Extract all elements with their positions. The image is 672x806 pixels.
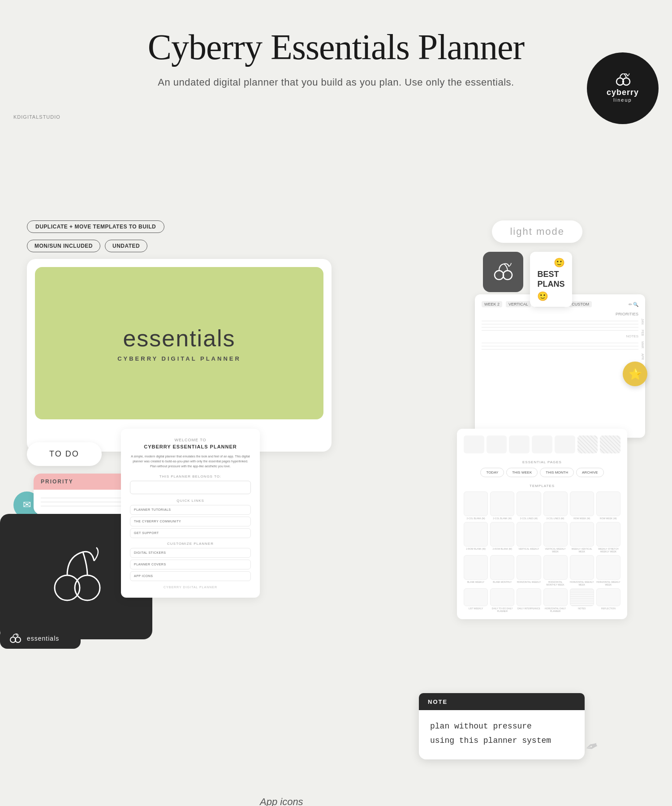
template-cell-inner [596,522,620,547]
template-cell: LIST WEEKLY [464,588,488,612]
todo-card: TO DO [27,442,102,466]
template-cell-inner [596,588,620,606]
templates-grid-1: 2-COL BLANK (M) 2-COL BLANK (W) 2-COL LI… [464,491,620,520]
cyberry-logo-icon [615,73,631,86]
template-cell: BLANK MONTHLY [490,555,514,586]
nav-month-grid [464,435,620,453]
planner-page-preview: WEEK 2 VERTICAL HORIZONTAL CUSTOM ✏ 🔍 PR… [475,294,645,438]
template-cell: HORIZONTAL DAILY PLANNER [543,588,568,612]
tags-row-2: MON/SUN INCLUDED UNDATED [27,240,332,252]
template-cell: 2-COL LINES (W) [543,491,568,520]
link-app-icons: APP ICONS [134,574,153,578]
template-cell-inner [464,555,488,580]
note-line-2: using this planner system [430,733,573,748]
nav-btn-week[interactable]: THIS WEEK [506,468,538,477]
planner-cover-inner: essentials CYBERRY DIGITAL PLANNER [35,267,323,419]
nav-btn-month[interactable]: THIS MONTH [540,468,574,477]
template-cell-inner [517,491,541,516]
planner-line [482,346,638,346]
welcome-desc: A simple, modern digital planner that em… [130,454,251,469]
link-tutorials: PLANNER TUTORIALS [134,508,171,511]
template-cell-inner [490,588,514,606]
planner-line [482,343,638,343]
kdigital-label: KDIGITALSTUDIO [13,114,60,120]
cyberry-logo-text: cyberry lineup [607,88,639,103]
template-cell-inner [490,555,514,580]
planner-line [482,349,638,349]
note-line-1: plan without pressure [430,719,573,733]
belongs-label: THIS PLANNER BELONGS TO: [130,474,251,478]
template-cell-inner [543,491,568,516]
planner-content-lines [482,321,638,331]
template-cell-inner [570,522,594,547]
smiley-icon: 🙂 [554,257,565,268]
month-tab-apr: APR [640,352,645,362]
page-title: Cyberry Essentials Planner [9,27,663,68]
template-cell-inner [543,555,568,580]
link-row-appicons: APP ICONS [130,571,251,581]
cherry-dark-square [483,252,523,292]
month-tab-feb: FEB [640,328,645,338]
planner-cover-section: DUPLICATE + MOVE TEMPLATES TO BUILD MON/… [27,220,332,452]
customize-label: CUSTOMIZE PLANNER [130,542,251,546]
template-cell-inner [596,555,620,580]
cherry-dark-icon [492,263,514,281]
app-icons-section: App icons [260,796,390,806]
planner-notes-lines [482,343,638,349]
light-mode-text: light mode [510,226,564,237]
template-cell-inner [543,522,568,547]
nav-btn-today[interactable]: TODAY [480,468,504,477]
planner-cover-card: essentials CYBERRY DIGITAL PLANNER [27,259,332,452]
link-row-community: THE CYBERRY COMMUNITY [130,517,251,526]
cyberry-logo: cyberry lineup [587,52,659,124]
template-cell: 2-COL BLANK (M) [464,491,488,520]
link-covers: PLANNER COVERS [134,563,166,566]
cyberry-logo-line1: cyberry [607,88,639,98]
priority-line [41,498,134,498]
essential-pages-label: ESSENTIAL PAGES [464,460,620,464]
cyberry-logo-line2: lineup [607,97,639,103]
note-card: NOTE plan without pressure using this pl… [419,693,585,759]
template-cell: HORIZONTAL WEEKLY WEEK [596,555,620,586]
note-header-text: NOTE [428,698,448,705]
template-cell: BLANK WEEKLY [464,555,488,586]
planner-priorities-label: PRIORITIES [482,312,638,316]
templates-label: TEMPLATES [464,484,620,488]
nav-cell [509,435,530,453]
template-cell-inner [490,522,514,547]
planner-line [482,324,638,324]
template-cell: 2-COL LINES (M) [517,491,541,520]
templates-grid-4: LIST WEEKLY DAILY TO-DO DAILY PLANNER DA… [464,588,620,612]
template-cell-inner [517,588,541,606]
template-cell: DAILY TO-DO DAILY PLANNER [490,588,514,612]
essentials-dark-card: essentials [0,628,81,649]
mon-sun-tag: MON/SUN INCLUDED [27,240,100,252]
template-cell: VERTICAL WEEKLY WEEK [543,522,568,553]
template-cell: VERTICAL WEEKLY [517,522,541,553]
nav-cell [464,435,484,453]
nav-cell-pattern [600,435,620,453]
cherry-outline-svg [43,543,110,610]
mail-icon: ✉ [23,499,31,511]
welcome-to-text: WELCOME TO [130,438,251,442]
link-row-support: GET SUPPORT [130,528,251,538]
planner-notes-label: NOTES [482,334,638,338]
template-cell: WEEKLY STRETCH WEEKLY WEEK [596,522,620,553]
note-content: plan without pressure using this planner… [419,710,585,759]
nav-page: ESSENTIAL PAGES TODAY THIS WEEK THIS MON… [457,429,627,619]
light-mode-pill: light mode [492,220,582,243]
tags-row: DUPLICATE + MOVE TEMPLATES TO BUILD [27,220,332,233]
template-cell: HORIZONTAL MONTHLY WEEK [543,555,568,586]
todo-label: TO DO [49,449,79,458]
nav-btn-archive[interactable]: ARCHIVE [576,468,604,477]
cherry-small-icon [9,634,22,643]
belongs-to-section: THIS PLANNER BELONGS TO: [130,474,251,494]
planner-line [482,330,638,331]
svg-point-4 [495,271,504,280]
best-plans-text: BESTPLANS [537,270,564,289]
template-cell: DAILY INTERPEANCE [517,588,541,612]
nav-cell [555,435,575,453]
template-cell-inner [596,491,620,516]
nav-cell [532,435,552,453]
template-cell-inner [517,522,541,547]
